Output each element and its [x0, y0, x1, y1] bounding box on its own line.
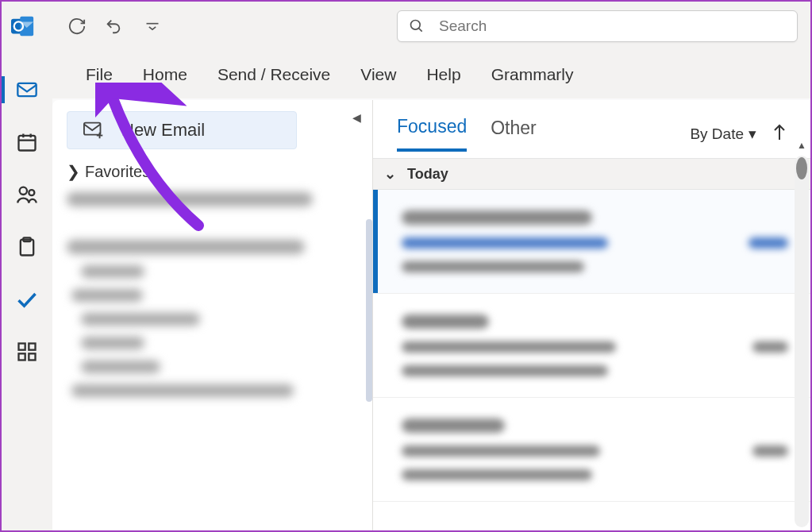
folder-item[interactable]	[81, 265, 144, 278]
customize-toolbar-icon[interactable]	[144, 13, 160, 40]
message-pane: Focused Other By Date ▾ ⌄ Today	[373, 100, 810, 530]
scroll-up-icon[interactable]: ▲	[795, 140, 809, 151]
title-bar	[2, 2, 810, 51]
message-scrollbar[interactable]: ▲	[795, 156, 809, 527]
svg-rect-6	[17, 83, 36, 96]
calendar-icon	[16, 131, 38, 153]
favorites-header[interactable]: ❯ Favorites	[67, 162, 358, 181]
search-icon	[409, 18, 425, 34]
svg-rect-24	[84, 123, 101, 135]
date-group-header[interactable]: ⌄ Today	[373, 158, 810, 190]
chevron-right-icon: ❯	[67, 162, 80, 181]
tab-other[interactable]: Other	[491, 118, 537, 150]
svg-line-5	[419, 29, 422, 32]
folder-item[interactable]	[81, 337, 144, 349]
new-mail-icon	[83, 121, 106, 139]
svg-point-16	[20, 187, 27, 195]
date-group-label: Today	[407, 166, 448, 183]
ribbon-tabs: File Home Send / Receive View Help Gramm…	[52, 51, 810, 98]
account-item[interactable]	[67, 192, 313, 206]
arrow-up-icon	[772, 124, 787, 141]
folder-item[interactable]	[81, 313, 200, 326]
sort-label: By Date	[690, 125, 744, 143]
new-email-label: New Email	[121, 120, 205, 141]
svg-rect-22	[19, 353, 25, 360]
nav-rail	[2, 51, 52, 530]
todo-check-icon	[16, 288, 38, 310]
rail-todo[interactable]	[2, 273, 52, 326]
svg-rect-23	[29, 353, 35, 360]
rail-calendar[interactable]	[2, 116, 52, 168]
account-item[interactable]	[71, 384, 294, 397]
message-item[interactable]	[373, 398, 810, 502]
svg-point-4	[411, 21, 421, 30]
sort-direction-button[interactable]	[772, 124, 787, 145]
ribbon-tab-file[interactable]: File	[86, 65, 113, 84]
folder-scrollbar[interactable]	[366, 219, 372, 402]
search-box[interactable]	[397, 10, 798, 42]
rail-mail[interactable]	[2, 64, 52, 116]
folder-pane: ◀ New Email ❯ Favorites	[52, 100, 373, 530]
svg-rect-20	[19, 344, 25, 350]
apps-grid-icon	[16, 341, 38, 363]
undo-icon[interactable]	[100, 13, 127, 40]
message-item[interactable]	[373, 294, 810, 398]
rail-people[interactable]	[2, 168, 52, 221]
mail-icon	[16, 79, 38, 101]
sort-by-dropdown[interactable]: By Date ▾	[690, 125, 756, 143]
outlook-logo-icon	[11, 14, 35, 38]
ribbon-tab-grammarly[interactable]: Grammarly	[491, 65, 574, 84]
collapse-folder-pane-icon[interactable]: ◀	[352, 111, 361, 124]
new-email-button[interactable]: New Email	[67, 111, 297, 149]
search-input[interactable]	[439, 17, 786, 35]
ribbon-tab-view[interactable]: View	[360, 65, 396, 84]
clipboard-icon	[16, 236, 38, 258]
rail-apps[interactable]	[2, 326, 52, 378]
favorites-label: Favorites	[85, 163, 150, 181]
people-icon	[16, 183, 38, 206]
ribbon-tab-help[interactable]: Help	[426, 65, 460, 84]
rail-notes[interactable]	[2, 221, 52, 273]
chevron-down-icon: ▾	[749, 125, 756, 143]
account-item[interactable]	[67, 240, 305, 254]
sync-icon[interactable]	[63, 13, 90, 40]
scroll-thumb[interactable]	[796, 157, 807, 179]
svg-rect-7	[19, 136, 36, 151]
tab-focused[interactable]: Focused	[397, 116, 467, 152]
chevron-down-icon: ⌄	[384, 165, 396, 183]
ribbon-tab-home[interactable]: Home	[143, 65, 187, 84]
message-item[interactable]	[373, 190, 810, 294]
ribbon-tab-sendreceive[interactable]: Send / Receive	[217, 65, 330, 84]
folder-item[interactable]	[81, 360, 160, 373]
svg-rect-21	[29, 344, 35, 350]
folder-item[interactable]	[71, 289, 143, 302]
svg-point-17	[29, 190, 34, 195]
